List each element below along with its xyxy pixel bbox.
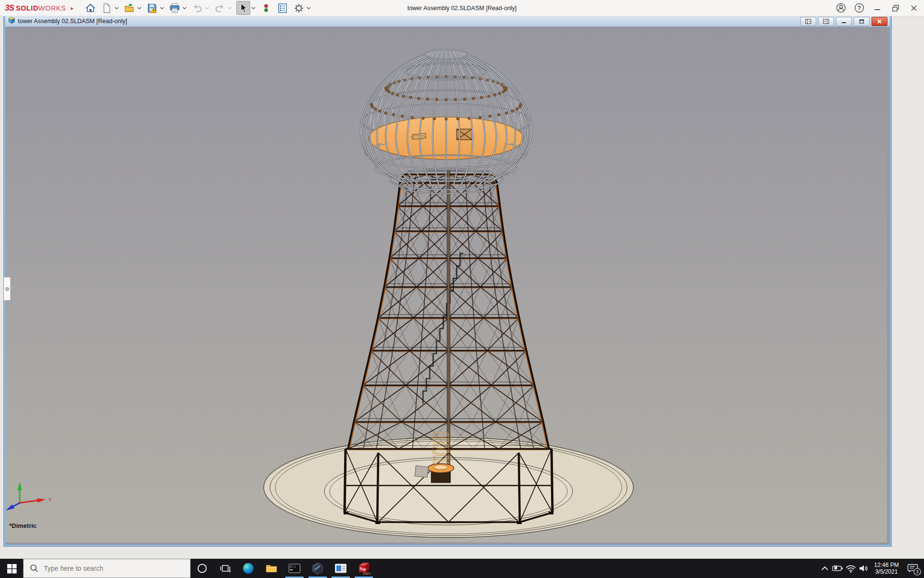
doc-restore-button[interactable] xyxy=(854,17,870,26)
solidworks-logo: 3S SOLID WORKS xyxy=(0,3,66,13)
brand-expand-arrow[interactable]: ▸ xyxy=(71,5,74,12)
tower-assembly-model[interactable] xyxy=(5,27,887,542)
quick-access-toolbar xyxy=(84,1,315,15)
view-orientation-label: *Dimetric xyxy=(9,522,37,529)
orientation-triad: x xyxy=(5,470,63,518)
app-close-button[interactable] xyxy=(909,3,919,13)
document-title: tower Assembly 02.SLDASM [Read-only] xyxy=(18,18,127,25)
home-button[interactable] xyxy=(84,1,97,14)
svg-text:3: 3 xyxy=(916,569,918,574)
graphics-viewport[interactable]: x *Dimetric xyxy=(5,27,887,542)
print-icon xyxy=(169,2,180,14)
open-button[interactable] xyxy=(123,1,136,14)
taskbar-search[interactable] xyxy=(23,559,191,578)
app-titlebar: 3S SOLID WORKS ▸ tower Assembly 02.SLDAS… xyxy=(0,0,924,16)
svg-text:x: x xyxy=(49,496,51,502)
doc-pane-left-button[interactable] xyxy=(800,17,816,26)
select-button[interactable] xyxy=(236,1,250,15)
settings-icon xyxy=(293,2,305,14)
system-tray: 12:46 PM 3/5/2021 3 xyxy=(818,559,924,578)
select-icon xyxy=(237,2,249,14)
app-account-button[interactable] xyxy=(835,3,846,13)
doc-minimize-button[interactable] xyxy=(836,17,852,26)
assembly-file-icon xyxy=(8,16,15,26)
battery-icon[interactable] xyxy=(831,559,844,578)
taskbar-file-explorer-icon[interactable] xyxy=(260,559,283,578)
start-button[interactable] xyxy=(0,559,23,578)
taskbar-edge-icon[interactable] xyxy=(237,559,260,578)
taskbar-edrawings-icon[interactable] xyxy=(306,559,329,578)
doc-close-button[interactable] xyxy=(872,17,887,26)
taskbar-apps: C:\SW2021 xyxy=(191,559,375,578)
options-list-icon xyxy=(277,2,288,14)
display-states-button[interactable] xyxy=(260,1,273,14)
redo-icon xyxy=(214,2,226,14)
settings-dropdown-arrow[interactable] xyxy=(306,1,312,14)
settings-button[interactable] xyxy=(293,1,306,14)
wifi-icon[interactable] xyxy=(844,559,857,578)
notification-badge: 3 xyxy=(913,568,921,576)
save-icon xyxy=(146,2,158,14)
clock-time: 12:46 PM xyxy=(870,562,903,568)
search-input[interactable] xyxy=(43,564,170,573)
tray-chevron-up-icon[interactable] xyxy=(818,559,831,578)
open-icon xyxy=(124,2,135,14)
windows-taskbar: C:\SW2021 12:46 PM 3/5/2021 3 xyxy=(0,559,924,578)
svg-text:W: W xyxy=(362,567,366,572)
svg-text:2021: 2021 xyxy=(363,572,371,575)
taskbar-cortana-icon[interactable] xyxy=(191,559,214,578)
undo-dropdown-arrow xyxy=(204,1,210,14)
action-center-icon[interactable]: 3 xyxy=(903,559,924,578)
taskbar-terminal-icon[interactable]: C:\ xyxy=(283,559,306,578)
undo-button xyxy=(191,1,204,14)
panel-handle-dot xyxy=(5,287,9,291)
display-states-icon xyxy=(260,2,272,14)
taskbar-solidworks-icon[interactable]: SW2021 xyxy=(352,559,375,578)
document-window-controls xyxy=(800,17,887,26)
document-window: tower Assembly 02.SLDASM [Read-only] x *… xyxy=(4,16,891,546)
print-button[interactable] xyxy=(168,1,181,14)
new-document-icon xyxy=(101,2,113,14)
open-dropdown-arrow[interactable] xyxy=(136,1,142,14)
redo-button xyxy=(214,1,227,14)
svg-text:?: ? xyxy=(858,5,861,12)
feature-manager-collapsed-tab[interactable] xyxy=(4,277,11,301)
app-help-button[interactable]: ? xyxy=(854,3,864,13)
new-document-button[interactable] xyxy=(101,1,114,14)
undo-icon xyxy=(192,2,203,14)
app-window-controls: ? xyxy=(835,0,919,16)
options-list-button[interactable] xyxy=(276,1,289,14)
save-button[interactable] xyxy=(146,1,159,14)
taskbar-photos-icon[interactable] xyxy=(329,559,352,578)
document-titlebar[interactable]: tower Assembly 02.SLDASM [Read-only] xyxy=(5,16,890,27)
print-dropdown-arrow[interactable] xyxy=(181,1,188,14)
redo-dropdown-arrow xyxy=(227,1,233,14)
save-dropdown-arrow[interactable] xyxy=(159,1,165,14)
doc-pane-right-button[interactable] xyxy=(818,17,834,26)
svg-text:C:\: C:\ xyxy=(290,565,296,569)
app-restore-button[interactable] xyxy=(890,3,901,13)
taskbar-clock[interactable]: 12:46 PM 3/5/2021 xyxy=(870,562,903,575)
taskbar-task-view-icon[interactable] xyxy=(214,559,237,578)
new-document-dropdown-arrow[interactable] xyxy=(114,1,120,14)
ds-logo-mark: 3S xyxy=(5,3,14,13)
search-icon xyxy=(29,564,39,573)
volume-icon[interactable] xyxy=(857,559,870,578)
select-dropdown-arrow[interactable] xyxy=(250,1,257,14)
app-minimize-button[interactable] xyxy=(872,3,883,13)
clock-date: 3/5/2021 xyxy=(870,568,903,575)
home-icon xyxy=(85,2,96,14)
